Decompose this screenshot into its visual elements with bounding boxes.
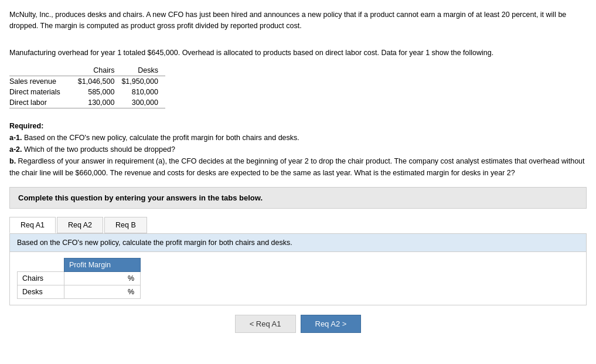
data-table: Chairs Desks Sales revenue $1,046,500 $1… [9, 65, 165, 111]
row-label-sales: Sales revenue [9, 76, 78, 87]
answer-row-desks: Desks % [18, 285, 141, 299]
answer-row-chairs: Chairs % [18, 272, 141, 285]
intro-paragraph2: Manufacturing overhead for year 1 totale… [9, 47, 587, 59]
row-chairs-labor: 130,000 [78, 97, 122, 108]
chairs-percent-sign: % [128, 274, 134, 283]
answer-col-profit-margin: Profit Margin [64, 258, 141, 272]
answer-col-empty [18, 258, 64, 272]
tab-description: Based on the CFO's new policy, calculate… [10, 234, 586, 252]
table-row: Direct materials 585,000 810,000 [9, 87, 165, 97]
answer-table: Profit Margin Chairs % De [17, 258, 141, 299]
required-title: Required: [9, 122, 43, 130]
answer-table-container: Profit Margin Chairs % De [10, 252, 586, 305]
row-desks-sales: $1,950,000 [121, 76, 165, 87]
answer-value-desks: % [64, 285, 141, 299]
table-row: Direct labor 130,000 300,000 [9, 97, 165, 108]
req-a1-prefix: a-1. [9, 134, 22, 142]
instruction-text: Complete this question by entering your … [18, 193, 263, 202]
tab-content: Based on the CFO's new policy, calculate… [9, 233, 587, 305]
table-total-row [9, 108, 165, 111]
tabs-row: Req A1 Req A2 Req B [9, 217, 587, 233]
tab-req-a2[interactable]: Req A2 [57, 217, 103, 233]
answer-label-desks: Desks [18, 285, 64, 299]
col-chairs-header: Chairs [78, 65, 122, 76]
tab-req-a1[interactable]: Req A1 [9, 217, 56, 233]
col-label-header [9, 65, 78, 76]
req-b-text: Regardless of your answer in requirement… [9, 157, 585, 177]
row-chairs-materials: 585,000 [78, 87, 122, 97]
row-label-labor: Direct labor [9, 97, 78, 108]
required-section: Required: a-1. Based on the CFO's new po… [9, 120, 587, 179]
req-b-prefix: b. [9, 157, 16, 165]
col-desks-header: Desks [121, 65, 165, 76]
table-row: Sales revenue $1,046,500 $1,950,000 [9, 76, 165, 87]
tab-req-b[interactable]: Req B [104, 217, 147, 233]
answer-value-chairs: % [64, 272, 141, 285]
req-a2-text: Which of the two products should be drop… [24, 145, 175, 154]
req-a1-text: Based on the CFO's new policy, calculate… [24, 134, 299, 142]
prev-button[interactable]: < Req A1 [235, 315, 296, 333]
row-label-materials: Direct materials [9, 87, 78, 97]
desks-input[interactable] [68, 287, 127, 297]
next-button[interactable]: Req A2 > [301, 315, 362, 333]
tabs-container: Req A1 Req A2 Req B Based on the CFO's n… [9, 217, 587, 305]
nav-buttons: < Req A1 Req A2 > [9, 315, 587, 333]
row-desks-materials: 810,000 [121, 87, 165, 97]
req-a2-prefix: a-2. [9, 145, 22, 154]
answer-label-chairs: Chairs [18, 272, 64, 285]
row-desks-labor: 300,000 [121, 97, 165, 108]
instruction-box: Complete this question by entering your … [9, 187, 587, 209]
row-chairs-sales: $1,046,500 [78, 76, 122, 87]
intro-paragraph1: McNulty, Inc., produces desks and chairs… [9, 9, 587, 32]
chairs-input[interactable] [68, 274, 127, 283]
desks-percent-sign: % [128, 288, 134, 296]
